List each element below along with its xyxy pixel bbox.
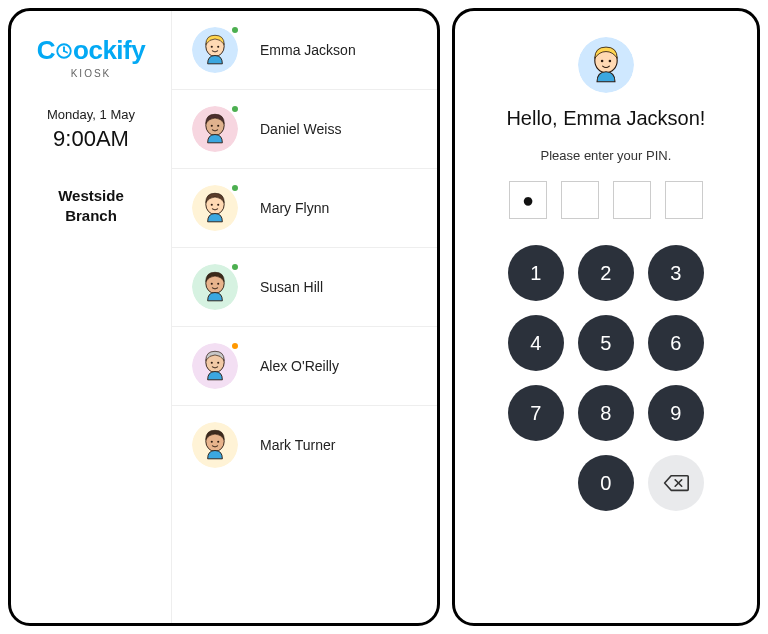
- greeting-suffix: !: [700, 107, 706, 129]
- svg-point-6: [217, 46, 219, 48]
- avatar: [192, 343, 238, 389]
- keypad-digit-button[interactable]: 4: [508, 315, 564, 371]
- keypad-digit-button[interactable]: 3: [648, 245, 704, 301]
- greeting-text: Hello, Emma Jackson!: [506, 107, 705, 130]
- keypad-digit-button[interactable]: 7: [508, 385, 564, 441]
- greeting-prefix: Hello,: [506, 107, 563, 129]
- svg-point-22: [217, 362, 219, 364]
- user-list: Emma Jackson Daniel Weiss Mary Flynn Sus…: [171, 11, 437, 623]
- avatar: [192, 27, 238, 73]
- status-dot-icon: [230, 25, 240, 35]
- svg-point-21: [211, 362, 213, 364]
- user-row[interactable]: Susan Hill: [172, 248, 437, 327]
- brand-subtitle: KIOSK: [37, 68, 145, 79]
- svg-point-18: [217, 283, 219, 285]
- kiosk-user-select-panel: Cockify KIOSK Monday, 1 May 9:00AM Wests…: [8, 8, 440, 626]
- avatar: [192, 422, 238, 468]
- kiosk-sidebar: Cockify KIOSK Monday, 1 May 9:00AM Wests…: [11, 11, 171, 623]
- keypad-spacer: [508, 455, 564, 511]
- date-label: Monday, 1 May: [47, 107, 135, 122]
- keypad-digit-button[interactable]: 6: [648, 315, 704, 371]
- status-dot-icon: [230, 262, 240, 272]
- user-row[interactable]: Mark Turner: [172, 406, 437, 484]
- status-dot-icon: [230, 183, 240, 193]
- svg-point-10: [217, 125, 219, 127]
- pin-digit-box: [613, 181, 651, 219]
- user-name-label: Alex O'Reilly: [260, 358, 339, 374]
- svg-point-26: [217, 441, 219, 443]
- avatar: [192, 264, 238, 310]
- svg-point-13: [211, 204, 213, 206]
- branch-name: Westside Branch: [58, 186, 124, 225]
- backspace-icon: [663, 473, 689, 493]
- svg-point-25: [211, 441, 213, 443]
- date-time-block: Monday, 1 May 9:00AM: [47, 107, 135, 152]
- svg-point-14: [217, 204, 219, 206]
- pin-boxes: ●: [509, 181, 703, 219]
- keypad-digit-button[interactable]: 0: [578, 455, 634, 511]
- svg-point-5: [211, 46, 213, 48]
- status-dot-icon: [230, 104, 240, 114]
- svg-point-29: [601, 60, 604, 63]
- selected-user-avatar: [578, 37, 634, 93]
- user-row[interactable]: Emma Jackson: [172, 11, 437, 90]
- app-logo: Cockify KIOSK: [37, 35, 145, 79]
- pin-digit-box: [665, 181, 703, 219]
- time-label: 9:00AM: [47, 126, 135, 152]
- user-row[interactable]: Alex O'Reilly: [172, 327, 437, 406]
- avatar: [192, 106, 238, 152]
- pin-digit-box: ●: [509, 181, 547, 219]
- keypad: 1234567890: [508, 245, 704, 511]
- avatar: [192, 185, 238, 231]
- keypad-digit-button[interactable]: 8: [578, 385, 634, 441]
- status-dot-icon: [230, 341, 240, 351]
- svg-point-9: [211, 125, 213, 127]
- brand-rest: ockify: [73, 35, 145, 65]
- user-row[interactable]: Daniel Weiss: [172, 90, 437, 169]
- svg-line-2: [64, 51, 67, 53]
- keypad-digit-button[interactable]: 5: [578, 315, 634, 371]
- clock-icon: [55, 36, 73, 54]
- svg-point-17: [211, 283, 213, 285]
- user-name-label: Mary Flynn: [260, 200, 329, 216]
- pin-digit-box: [561, 181, 599, 219]
- pin-entry-panel: Hello, Emma Jackson! Please enter your P…: [452, 8, 760, 626]
- keypad-digit-button[interactable]: 1: [508, 245, 564, 301]
- pin-prompt: Please enter your PIN.: [541, 148, 672, 163]
- user-name-label: Emma Jackson: [260, 42, 356, 58]
- user-name-label: Mark Turner: [260, 437, 335, 453]
- keypad-backspace-button[interactable]: [648, 455, 704, 511]
- keypad-digit-button[interactable]: 2: [578, 245, 634, 301]
- keypad-digit-button[interactable]: 9: [648, 385, 704, 441]
- user-name-label: Susan Hill: [260, 279, 323, 295]
- brand-prefix: C: [37, 35, 55, 65]
- svg-point-30: [609, 60, 612, 63]
- user-row[interactable]: Mary Flynn: [172, 169, 437, 248]
- greeting-username: Emma Jackson: [563, 107, 700, 129]
- user-name-label: Daniel Weiss: [260, 121, 341, 137]
